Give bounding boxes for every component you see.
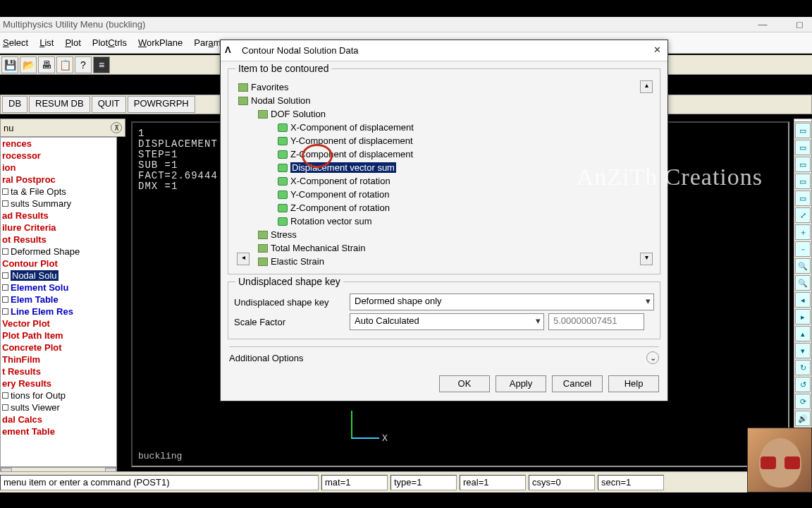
sidebar-item[interactable]: ThinFilm xyxy=(1,353,116,365)
sidebar-item[interactable]: ery Results xyxy=(1,377,116,389)
resum-db-button[interactable]: RESUM DB xyxy=(29,96,90,113)
rotate-y-icon[interactable]: ↺ xyxy=(795,377,811,392)
sidebar-item[interactable]: tions for Outp xyxy=(1,389,116,401)
sidebar-item[interactable]: Deformed Shape xyxy=(1,246,116,258)
ok-button[interactable]: OK xyxy=(439,375,490,392)
sidebar-tree[interactable]: rencesrocessorionral Postprocta & File O… xyxy=(0,137,117,467)
sidebar-item[interactable]: Line Elem Res xyxy=(1,306,116,318)
mat-field[interactable]: mat=1 xyxy=(321,475,388,490)
powrgrph-button[interactable]: POWRGRPH xyxy=(128,96,195,113)
tree-dof-item[interactable]: Y-Component of displacement xyxy=(234,134,654,147)
type-field[interactable]: type=1 xyxy=(390,475,457,490)
sidebar-item[interactable]: ad Results xyxy=(1,210,116,222)
menu-plotctrls[interactable]: PlotCtrls xyxy=(92,37,127,48)
sidebar-item[interactable]: ilure Criteria xyxy=(1,222,116,234)
tree-stress[interactable]: Stress xyxy=(234,228,654,241)
tree-elastic-strain[interactable]: Elastic Strain xyxy=(234,255,654,268)
secn-field[interactable]: secn=1 xyxy=(598,475,664,490)
sidebar-item[interactable]: Elem Table xyxy=(1,294,116,306)
sidebar-item[interactable]: Vector Plot xyxy=(1,318,116,329)
sidebar-item[interactable]: dal Calcs xyxy=(1,413,116,425)
scale-factor-select[interactable]: Auto Calculated xyxy=(350,313,544,330)
menu-workplane[interactable]: WorkPlane xyxy=(138,37,183,48)
tree-nodal-solution[interactable]: Nodal Solution xyxy=(234,94,654,107)
sound-icon[interactable]: 🔊 xyxy=(795,411,811,426)
zoom-box-icon[interactable]: 🔍 xyxy=(795,258,811,274)
rotate-x-icon[interactable]: ↻ xyxy=(795,360,811,375)
sidebar-item[interactable]: sults Summary xyxy=(1,198,116,210)
menu-select[interactable]: Select xyxy=(3,37,28,48)
additional-options-row[interactable]: Additional Options ⌄ xyxy=(229,346,659,364)
close-icon[interactable]: ✕ xyxy=(651,44,663,57)
db-button[interactable]: DB xyxy=(2,96,27,113)
quit-button[interactable]: QUIT xyxy=(92,96,126,113)
sidebar-item[interactable]: rocessor xyxy=(1,150,116,162)
sidebar-item[interactable]: ot Results xyxy=(1,234,116,246)
menu-plot[interactable]: Plot xyxy=(65,37,80,48)
sidebar-item[interactable]: ement Table xyxy=(1,425,116,437)
shape-key-select[interactable]: Deformed shape only xyxy=(350,294,654,310)
pan-left-icon[interactable]: ◂ xyxy=(795,292,811,308)
sidebar-item[interactable]: ion xyxy=(1,162,116,174)
sidebar-item[interactable]: Concrete Plot xyxy=(1,341,116,353)
tree-total-mech-strain[interactable]: Total Mechanical Strain xyxy=(234,241,654,255)
real-field[interactable]: real=1 xyxy=(460,475,526,490)
zoom-out-icon[interactable]: － xyxy=(795,241,811,257)
menu-list[interactable]: List xyxy=(39,37,54,48)
expand-icon[interactable]: ⌄ xyxy=(646,351,659,364)
view-iso-icon[interactable]: ▭ xyxy=(795,123,811,138)
sidebar-item-label: Element Solu xyxy=(11,282,68,293)
pan-down-icon[interactable]: ▾ xyxy=(795,343,811,358)
rotate-z-icon[interactable]: ⟳ xyxy=(795,394,811,409)
window-titlebar: Multiphysics Utility Menu (buckling) — ◻ xyxy=(0,17,812,32)
sidebar-item[interactable]: rences xyxy=(1,138,116,150)
shape-key-label: Undisplaced shape key xyxy=(234,297,350,308)
print-icon[interactable]: 🖶 xyxy=(38,56,55,73)
save-icon[interactable]: 💾 xyxy=(1,56,18,73)
watermark-text: AnZiTh Creations xyxy=(577,164,763,190)
report-icon[interactable]: 📋 xyxy=(56,56,73,73)
tree-dof-item[interactable]: Z-Component of rotation xyxy=(234,201,654,214)
tree-dof-item[interactable]: Z-Component of displacement xyxy=(234,147,654,161)
scroll-down-icon[interactable]: ▾ xyxy=(640,253,653,265)
sidebar-item[interactable]: Element Solu xyxy=(1,282,116,294)
zoom-win-icon[interactable]: 🔍 xyxy=(795,275,811,291)
sidebar-item[interactable]: ral Postproc xyxy=(1,174,116,186)
pan-right-icon[interactable]: ▸ xyxy=(795,309,811,325)
view-oblique-icon[interactable]: ▭ xyxy=(795,190,811,206)
menu-icon[interactable]: ≡ xyxy=(93,56,110,73)
apply-button[interactable]: Apply xyxy=(496,375,546,392)
view-right-icon[interactable]: ▭ xyxy=(795,174,811,189)
help-icon[interactable]: ? xyxy=(75,56,92,73)
open-icon[interactable]: 📂 xyxy=(20,56,37,73)
minimize-icon[interactable]: — xyxy=(753,18,773,31)
command-input[interactable]: menu item or enter a command (POST1) xyxy=(0,475,319,490)
scroll-up-icon[interactable]: ▴ xyxy=(640,80,653,93)
scale-factor-input[interactable]: 5.00000007451 xyxy=(548,313,644,330)
tree-dof-item[interactable]: X-Component of displacement xyxy=(234,121,654,134)
pan-up-icon[interactable]: ▴ xyxy=(795,326,811,341)
tree-favorites[interactable]: Favorites xyxy=(234,80,654,94)
maximize-icon[interactable]: ◻ xyxy=(789,18,809,31)
sidebar-item[interactable]: Contour Plot xyxy=(1,258,116,270)
scroll-left-icon[interactable]: ◂ xyxy=(237,253,250,265)
view-top-icon[interactable]: ▭ xyxy=(795,157,811,172)
zoom-in-icon[interactable]: ＋ xyxy=(795,224,811,240)
fit-icon[interactable]: ⤢ xyxy=(795,207,811,223)
sidebar-item[interactable]: ta & File Opts xyxy=(1,186,116,198)
sidebar-item[interactable]: Plot Path Item xyxy=(1,329,116,341)
scale-factor-label: Scale Factor xyxy=(234,317,350,327)
collapse-icon[interactable]: ⊼ xyxy=(111,122,122,133)
sidebar-item[interactable]: sults Viewer xyxy=(1,401,116,413)
sidebar-item[interactable]: t Results xyxy=(1,365,116,377)
sidebar-item[interactable]: Nodal Solu xyxy=(1,270,116,282)
sidebar-item-label: Elem Table xyxy=(11,294,59,305)
view-front-icon[interactable]: ▭ xyxy=(795,140,811,155)
help-button[interactable]: Help xyxy=(608,375,659,392)
menu-param[interactable]: Param xyxy=(194,37,221,48)
tree-dof-solution[interactable]: DOF Solution xyxy=(234,107,654,121)
csys-field[interactable]: csys=0 xyxy=(529,475,595,490)
cancel-button[interactable]: Cancel xyxy=(552,375,603,392)
tree-dof-item[interactable]: Rotation vector sum xyxy=(234,214,654,228)
sidebar-item-label: tions for Outp xyxy=(11,390,66,401)
